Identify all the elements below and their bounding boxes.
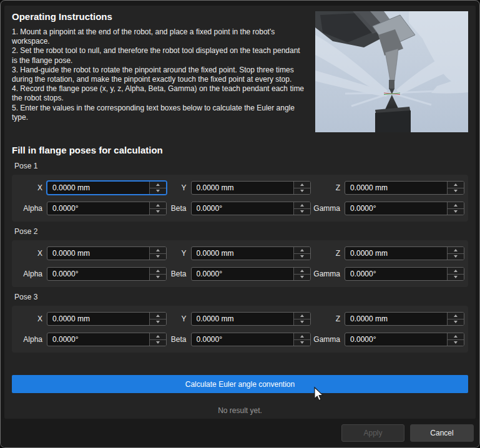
spin-down-button[interactable] bbox=[294, 254, 310, 260]
spin-up-button[interactable] bbox=[294, 313, 310, 319]
spin-down-button[interactable] bbox=[448, 275, 464, 281]
spin-down-button[interactable] bbox=[448, 209, 464, 215]
arrow-up-icon bbox=[300, 335, 304, 338]
alpha-input[interactable] bbox=[47, 268, 149, 280]
y-spinbox[interactable] bbox=[191, 246, 311, 260]
spin-up-button[interactable] bbox=[448, 333, 464, 340]
spin-down-button[interactable] bbox=[448, 254, 464, 260]
spinner-buttons bbox=[149, 202, 166, 215]
pose-row: AlphaBetaGamma bbox=[14, 333, 464, 346]
spin-up-button[interactable] bbox=[448, 268, 464, 275]
spin-down-button[interactable] bbox=[294, 319, 310, 326]
field-label: Gamma bbox=[311, 270, 340, 278]
spin-down-button[interactable] bbox=[294, 275, 310, 281]
z-input[interactable] bbox=[345, 182, 447, 194]
arrow-down-icon bbox=[156, 190, 160, 192]
spin-down-button[interactable] bbox=[150, 209, 166, 215]
z-spinbox[interactable] bbox=[345, 312, 464, 326]
spin-down-button[interactable] bbox=[150, 188, 166, 195]
spinner-buttons bbox=[293, 313, 310, 325]
spin-down-button[interactable] bbox=[294, 209, 310, 215]
z-input[interactable] bbox=[345, 313, 447, 325]
arrow-down-icon bbox=[300, 190, 304, 192]
y-input[interactable] bbox=[192, 182, 293, 194]
alpha-input[interactable] bbox=[47, 333, 149, 346]
spin-up-button[interactable] bbox=[150, 313, 166, 319]
arrow-down-icon bbox=[454, 276, 458, 278]
spin-down-button[interactable] bbox=[150, 319, 166, 326]
arrow-up-icon bbox=[156, 249, 160, 251]
spin-up-button[interactable] bbox=[150, 247, 166, 254]
alpha-spinbox[interactable] bbox=[47, 202, 167, 215]
arrow-up-icon bbox=[454, 249, 458, 251]
gamma-spinbox[interactable] bbox=[345, 202, 464, 215]
pose-label: Pose 1 bbox=[14, 162, 468, 170]
field-x: X bbox=[14, 181, 167, 195]
x-spinbox[interactable] bbox=[47, 181, 167, 195]
arrow-up-icon bbox=[156, 314, 160, 317]
y-spinbox[interactable] bbox=[191, 312, 311, 326]
y-input[interactable] bbox=[192, 247, 293, 260]
spinner-buttons bbox=[149, 268, 166, 280]
beta-spinbox[interactable] bbox=[191, 267, 311, 281]
gamma-spinbox[interactable] bbox=[345, 267, 464, 281]
spin-up-button[interactable] bbox=[150, 268, 166, 275]
gamma-input[interactable] bbox=[345, 333, 447, 346]
field-label: Alpha bbox=[14, 204, 42, 213]
spin-down-button[interactable] bbox=[150, 275, 166, 281]
pose-list: Pose 1XYZAlphaBetaGammaPose 2XYZAlphaBet… bbox=[12, 162, 468, 353]
x-input[interactable] bbox=[47, 313, 149, 325]
gamma-input[interactable] bbox=[345, 268, 447, 280]
spin-down-button[interactable] bbox=[294, 340, 310, 346]
z-input[interactable] bbox=[345, 247, 447, 260]
spin-up-button[interactable] bbox=[150, 333, 166, 340]
spin-up-button[interactable] bbox=[294, 182, 310, 188]
spin-up-button[interactable] bbox=[294, 247, 310, 254]
arrow-down-icon bbox=[156, 255, 160, 258]
x-input[interactable] bbox=[47, 182, 149, 194]
alpha-spinbox[interactable] bbox=[47, 333, 167, 346]
beta-spinbox[interactable] bbox=[191, 333, 311, 346]
spin-down-button[interactable] bbox=[448, 188, 464, 195]
gamma-input[interactable] bbox=[345, 202, 447, 215]
beta-spinbox[interactable] bbox=[191, 202, 311, 215]
alpha-spinbox[interactable] bbox=[47, 267, 167, 281]
spin-up-button[interactable] bbox=[448, 313, 464, 319]
spin-up-button[interactable] bbox=[294, 202, 310, 209]
spin-down-button[interactable] bbox=[150, 254, 166, 260]
field-z: Z bbox=[311, 181, 464, 195]
arrow-up-icon bbox=[454, 204, 458, 207]
spin-up-button[interactable] bbox=[294, 268, 310, 275]
beta-input[interactable] bbox=[192, 202, 293, 215]
alpha-input[interactable] bbox=[47, 202, 149, 215]
spinner-buttons bbox=[447, 202, 464, 215]
field-label: Alpha bbox=[14, 335, 42, 344]
spin-up-button[interactable] bbox=[150, 182, 166, 188]
spin-down-button[interactable] bbox=[150, 340, 166, 346]
y-input[interactable] bbox=[192, 313, 293, 325]
spin-up-button[interactable] bbox=[448, 182, 464, 188]
beta-input[interactable] bbox=[192, 268, 293, 280]
field-label: X bbox=[14, 314, 42, 323]
spin-down-button[interactable] bbox=[448, 340, 464, 346]
z-spinbox[interactable] bbox=[345, 181, 464, 195]
x-spinbox[interactable] bbox=[47, 246, 167, 260]
spin-up-button[interactable] bbox=[150, 202, 166, 209]
apply-button[interactable]: Apply bbox=[341, 424, 404, 442]
z-spinbox[interactable] bbox=[345, 246, 464, 260]
calculate-euler-button[interactable]: Calculate Euler angle convention bbox=[12, 375, 468, 393]
result-status-text: No result yet. bbox=[12, 406, 468, 415]
pose-label: Pose 3 bbox=[14, 293, 468, 301]
beta-input[interactable] bbox=[192, 333, 293, 346]
spin-down-button[interactable] bbox=[448, 319, 464, 326]
x-input[interactable] bbox=[47, 247, 149, 260]
y-spinbox[interactable] bbox=[191, 181, 311, 195]
gamma-spinbox[interactable] bbox=[345, 333, 464, 346]
spin-up-button[interactable] bbox=[448, 247, 464, 254]
x-spinbox[interactable] bbox=[47, 312, 167, 326]
cancel-button[interactable]: Cancel bbox=[410, 424, 474, 442]
pose-panel: XYZAlphaBetaGamma bbox=[12, 240, 468, 287]
spin-up-button[interactable] bbox=[294, 333, 310, 340]
spin-down-button[interactable] bbox=[294, 188, 310, 195]
spin-up-button[interactable] bbox=[448, 202, 464, 209]
